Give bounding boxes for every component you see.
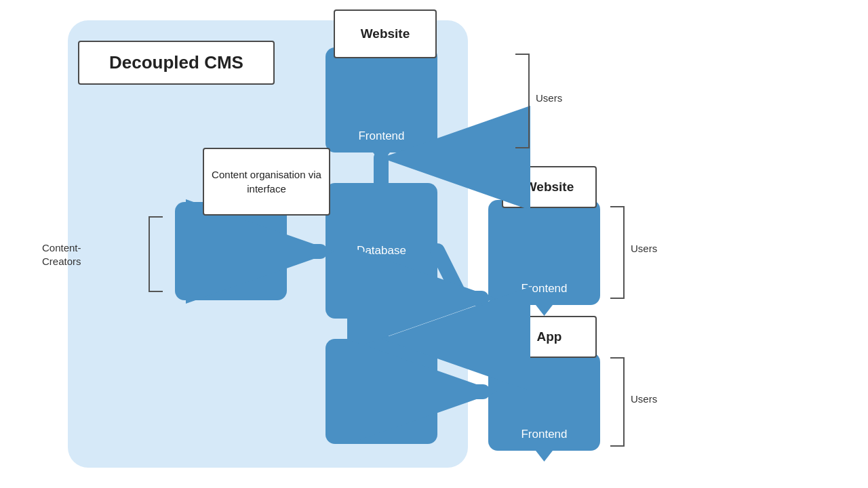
- users2-label: Users: [631, 243, 657, 254]
- database-label: Database: [357, 244, 406, 258]
- backend-label: Backend: [208, 245, 253, 258]
- frontend1-label: Frontend: [358, 129, 404, 143]
- website1-box: Website: [334, 9, 437, 58]
- diagram-container: Decoupled CMS Content organisation via i…: [0, 0, 868, 488]
- database-node: Database: [326, 183, 437, 319]
- decoupled-cms-box: Decoupled CMS: [78, 41, 275, 85]
- restapi-node: REST-API: [326, 339, 437, 444]
- users3-label: Users: [631, 393, 657, 405]
- frontend2-node: Frontend: [488, 200, 600, 305]
- frontend3-label: Frontend: [521, 428, 567, 441]
- website2-box: Website: [502, 166, 597, 208]
- decoupled-cms-label: Decoupled CMS: [109, 52, 243, 73]
- frontend1-node: Frontend: [326, 47, 437, 152]
- app-label: App: [537, 329, 562, 344]
- frontend2-notch: [535, 304, 554, 316]
- callout-box: Content organisation via interface: [203, 148, 330, 216]
- content-creators-label: Content- Creators: [42, 241, 81, 268]
- callout-text: Content organisation via interface: [204, 167, 329, 196]
- website1-label: Website: [361, 26, 410, 41]
- website2-label: Website: [525, 180, 574, 195]
- users1-label: Users: [536, 92, 562, 104]
- app-box: App: [502, 316, 597, 358]
- backend-node: Backend: [175, 202, 287, 300]
- restapi-label: REST-API: [355, 385, 408, 399]
- frontend3-notch: [535, 449, 554, 462]
- frontend2-label: Frontend: [521, 282, 567, 296]
- frontend3-node: Frontend: [488, 352, 600, 451]
